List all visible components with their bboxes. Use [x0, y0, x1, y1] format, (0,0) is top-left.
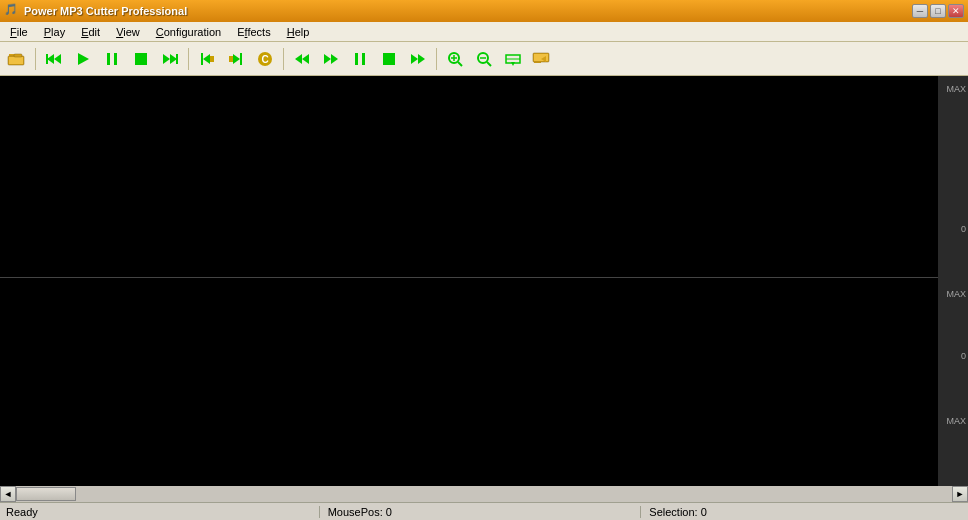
scale-bar: MAX 0 MAX 0 MAX — [938, 76, 968, 486]
svg-marker-40 — [511, 62, 515, 66]
menu-view[interactable]: View — [108, 24, 148, 40]
selection-value: 0 — [701, 506, 707, 518]
svg-rect-28 — [383, 53, 395, 65]
stop-button[interactable] — [128, 46, 154, 72]
zoom-selection-button[interactable] — [500, 46, 526, 72]
next-marker-button[interactable] — [318, 46, 344, 72]
scale-max-bottom: MAX — [946, 416, 966, 426]
svg-marker-5 — [54, 54, 61, 64]
app-icon: 🎵 — [4, 3, 20, 19]
sep2 — [188, 48, 189, 70]
scroll-left-button[interactable]: ◄ — [0, 486, 16, 502]
svg-marker-22 — [295, 54, 302, 64]
title-bar-left: 🎵 Power MP3 Cutter Professional — [4, 3, 187, 19]
waveform-area: MAX 0 MAX 0 MAX — [0, 76, 968, 486]
svg-marker-24 — [324, 54, 331, 64]
title-buttons: ─ □ ✕ — [912, 4, 964, 18]
sep1 — [35, 48, 36, 70]
toolbar: C — [0, 42, 968, 76]
mouse-pos-label: MousePos: — [328, 506, 383, 518]
svg-rect-3 — [14, 54, 22, 57]
rewind-start-button[interactable] — [41, 46, 67, 72]
svg-rect-17 — [240, 53, 242, 65]
sep4 — [436, 48, 437, 70]
menu-help[interactable]: Help — [279, 24, 318, 40]
set-end-button[interactable] — [223, 46, 249, 72]
svg-line-36 — [487, 62, 491, 66]
pause2-button[interactable] — [347, 46, 373, 72]
svg-marker-25 — [331, 54, 338, 64]
scale-zero-top: 0 — [961, 224, 966, 234]
svg-rect-16 — [210, 56, 214, 62]
menu-file[interactable]: File — [2, 24, 36, 40]
title-bar: 🎵 Power MP3 Cutter Professional ─ □ ✕ — [0, 0, 968, 22]
svg-marker-15 — [203, 54, 210, 64]
svg-marker-23 — [302, 54, 309, 64]
menu-play[interactable]: Play — [36, 24, 73, 40]
svg-marker-18 — [233, 54, 240, 64]
svg-rect-26 — [355, 53, 358, 65]
pause-button[interactable] — [99, 46, 125, 72]
svg-rect-9 — [114, 53, 117, 65]
scale-max-top: MAX — [946, 84, 966, 94]
output-button[interactable] — [529, 46, 555, 72]
open-file-button[interactable] — [4, 46, 30, 72]
play-button[interactable] — [70, 46, 96, 72]
status-ready: Ready — [6, 506, 319, 518]
minimize-button[interactable]: ─ — [912, 4, 928, 18]
status-selection: Selection: 0 — [640, 506, 962, 518]
sep3 — [283, 48, 284, 70]
waveform-canvas[interactable] — [0, 76, 938, 486]
scale-zero-bottom: 0 — [961, 351, 966, 361]
menu-effects[interactable]: Effects — [229, 24, 278, 40]
status-mouse-pos: MousePos: 0 — [319, 506, 641, 518]
status-bar: Ready MousePos: 0 Selection: 0 — [0, 502, 968, 520]
scroll-right-button[interactable]: ► — [952, 486, 968, 502]
title-text: Power MP3 Cutter Professional — [24, 5, 187, 17]
scale-max-mid: MAX — [946, 289, 966, 299]
menu-configuration[interactable]: Configuration — [148, 24, 229, 40]
svg-rect-10 — [135, 53, 147, 65]
svg-rect-27 — [362, 53, 365, 65]
zoom-out-button[interactable] — [471, 46, 497, 72]
svg-marker-29 — [411, 54, 418, 64]
menu-edit[interactable]: Edit — [73, 24, 108, 40]
menu-bar: File Play Edit View Configuration Effect… — [0, 22, 968, 42]
set-start-button[interactable] — [194, 46, 220, 72]
clear-selection-button[interactable]: C — [252, 46, 278, 72]
svg-marker-4 — [47, 54, 54, 64]
svg-text:C: C — [261, 54, 268, 65]
zoom-in-button[interactable] — [442, 46, 468, 72]
svg-rect-2 — [9, 57, 23, 64]
svg-line-32 — [458, 62, 462, 66]
maximize-button[interactable]: □ — [930, 4, 946, 18]
svg-marker-30 — [418, 54, 425, 64]
svg-rect-14 — [201, 53, 203, 65]
prev-marker-button[interactable] — [289, 46, 315, 72]
selection-label: Selection: — [649, 506, 697, 518]
scrollbar-area: ◄ ► — [0, 486, 968, 502]
scrollbar-thumb[interactable] — [16, 487, 76, 501]
svg-rect-19 — [229, 56, 233, 62]
fast-forward-end-button[interactable] — [157, 46, 183, 72]
svg-marker-12 — [170, 54, 177, 64]
svg-rect-13 — [176, 54, 178, 64]
close-button[interactable]: ✕ — [948, 4, 964, 18]
svg-marker-11 — [163, 54, 170, 64]
fast-forward-button[interactable] — [405, 46, 431, 72]
svg-marker-7 — [78, 53, 89, 65]
mouse-pos-value: 0 — [386, 506, 392, 518]
scrollbar-track[interactable] — [16, 486, 952, 502]
svg-rect-6 — [46, 54, 48, 64]
stop2-button[interactable] — [376, 46, 402, 72]
svg-rect-8 — [107, 53, 110, 65]
